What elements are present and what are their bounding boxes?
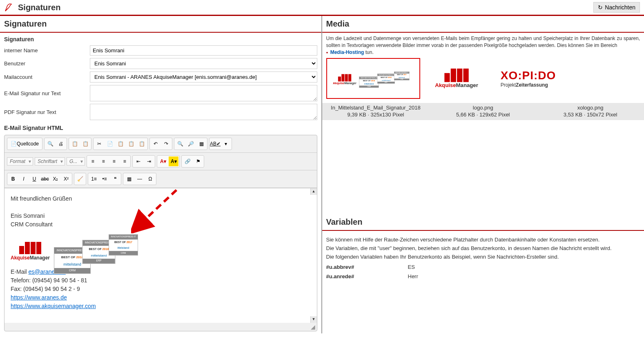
thumb-xologo-png[interactable]: XO:PI:DO ProjektZeiterfassung	[494, 58, 563, 99]
spell-toggle-button[interactable]: ▾	[221, 139, 231, 149]
removeformat-button[interactable]: 🧹	[75, 174, 85, 184]
replace-button[interactable]: 🔎	[186, 139, 196, 149]
variables-panel-header: Variablen	[322, 214, 644, 231]
sig-url-2[interactable]: https://www.akquisemanager.com	[11, 303, 96, 309]
sig-fax: Fax: (09454) 94 90 54 2 - 9	[11, 285, 311, 293]
sig-logos: AkquiseManager INNOVATIONSPREIS-IT BEST …	[11, 235, 311, 261]
bold-button[interactable]: B	[8, 174, 18, 184]
signaturen-panel-header: Signaturen	[0, 16, 321, 33]
editor-resize-handle[interactable]: ◢	[4, 323, 317, 331]
hr-button[interactable]: —	[135, 174, 145, 184]
align-right-button[interactable]: ≡	[109, 156, 119, 166]
file-cell-1[interactable]: logo.png 5,66 KB · 129x62 Pixel	[429, 105, 537, 118]
interner-name-label: interner Name	[4, 47, 90, 54]
link-button[interactable]: 🔗	[183, 156, 192, 166]
signaturen-section-title: Signaturen	[0, 33, 321, 44]
var-val: Herr	[408, 273, 418, 279]
variables-desc-1: Sie können mit Hilfe der Raute-Zeichen v…	[326, 237, 640, 243]
selectall-button[interactable]: ▦	[196, 139, 206, 149]
editor-toolbar-3: B I U abc X₂ X² 🧹 1≡ •≡ ❝ ▦ —	[4, 170, 317, 188]
underline-button[interactable]: U	[29, 174, 39, 184]
special-char-button[interactable]: Ω	[145, 174, 155, 184]
subscript-button[interactable]: X₂	[51, 174, 60, 184]
variables-section: Sie können mit Hilfe der Raute-Zeichen v…	[322, 231, 644, 284]
pdf-sig-textarea[interactable]	[90, 104, 317, 120]
indent-button[interactable]: ⇥	[144, 156, 154, 166]
editor-content[interactable]: ▲ Mit freundlichen Grüßen Enis Somrani C…	[4, 188, 317, 323]
outdent-button[interactable]: ⇤	[134, 156, 143, 166]
find-button[interactable]: 🔍	[175, 139, 185, 149]
text-sig-textarea[interactable]	[90, 85, 317, 101]
sig-name: Enis Somrani	[11, 212, 311, 220]
strike-button[interactable]: abc	[40, 174, 50, 184]
interner-name-input[interactable]	[90, 45, 317, 56]
copy-button[interactable]: 📄	[105, 139, 115, 149]
blockquote-button[interactable]: ❝	[110, 174, 120, 184]
bg-color-button[interactable]: A▾	[169, 156, 178, 166]
sig-role: CRM Consultant	[11, 220, 311, 229]
file-cell-2[interactable]: xologo.png 3,53 KB · 150x72 Pixel	[537, 105, 644, 118]
scroll-up-icon[interactable]: ▲	[310, 188, 317, 195]
mailaccount-label: Mailaccount	[4, 74, 90, 80]
media-panel-header: Media	[322, 16, 644, 33]
redo-button[interactable]: ↷	[161, 139, 171, 149]
var-row-abbrev: #u.abbrev# ES	[326, 262, 640, 272]
spellcheck-button[interactable]: AB✔	[210, 139, 220, 149]
undo-button[interactable]: ↶	[151, 139, 160, 149]
align-justify-button[interactable]: ≡	[120, 156, 129, 166]
media-file-row: In_Mittelstand_E_Mail_Signatur_2018 9,39…	[322, 103, 644, 120]
superscript-button[interactable]: X²	[61, 174, 71, 184]
thumb-logo-png[interactable]: AkquiseManager	[426, 58, 488, 99]
size-select[interactable]: G...	[67, 157, 85, 165]
right-panel: Media Um die Ladezeit und Datenmenge von…	[322, 16, 644, 333]
paste-word-button[interactable]: 📋	[137, 139, 147, 149]
align-center-button[interactable]: ≡	[98, 156, 108, 166]
sig-url-1[interactable]: https://www.aranes.de	[11, 294, 67, 301]
anchor-button[interactable]: ⚑	[193, 156, 203, 166]
page-title: Signaturen	[18, 3, 60, 12]
left-panel: Signaturen Signaturen interner Name Benu…	[0, 16, 322, 333]
benutzer-label: Benutzer	[4, 60, 90, 67]
numbered-list-button[interactable]: 1≡	[89, 174, 99, 184]
refresh-label: Nachrichten	[605, 4, 635, 11]
templates2-button[interactable]: 📋	[80, 139, 90, 149]
bullet-icon: ●	[326, 51, 328, 54]
html-editor: 📄 Quellcode 🔍 🖨 📋 📋 ✂ 📄 📋 📋 📋	[4, 135, 317, 331]
mailaccount-select[interactable]: Enis Somrani - ARANES AkquiseManager [en…	[90, 72, 317, 83]
cut-button[interactable]: ✂	[94, 139, 104, 149]
bullet-list-button[interactable]: •≡	[100, 174, 109, 184]
sig-phone: Telefon: (09454) 94 90 54 - 81	[11, 276, 311, 285]
templates-button[interactable]: 📋	[70, 139, 80, 149]
var-key: #u.anrede#	[326, 273, 408, 279]
paste-text-button[interactable]: 📋	[126, 139, 136, 149]
paste-button[interactable]: 📋	[116, 139, 125, 149]
file-cell-0[interactable]: In_Mittelstand_E_Mail_Signatur_2018 9,39…	[322, 105, 430, 118]
media-description: Um die Ladezeit und Datenmenge von verse…	[322, 33, 644, 58]
font-select[interactable]: Schriftart	[35, 157, 65, 165]
editor-toolbar-2: Format Schriftart G... ≡ ≡ ≡ ≡ ⇤ ⇥ A▾ A▾	[4, 153, 317, 170]
media-thumbnails: AkquiseManager INNOVATIONSPREIS-ITBEST O…	[322, 58, 644, 103]
quellcode-button[interactable]: 📄 Quellcode	[8, 139, 41, 149]
media-hosting-link[interactable]: Media-Hosting	[330, 49, 364, 55]
var-val: ES	[408, 264, 415, 270]
sig-greeting: Mit freundlichen Grüßen	[11, 194, 311, 203]
top-bar: Signaturen ↻ Nachrichten	[0, 0, 644, 16]
thumb-signature-image[interactable]: AkquiseManager INNOVATIONSPREIS-ITBEST O…	[326, 58, 420, 99]
benutzer-select[interactable]: Enis Somrani	[90, 58, 317, 69]
header-left: Signaturen	[4, 2, 60, 12]
var-row-anrede: #u.anrede# Herr	[326, 272, 640, 281]
format-select[interactable]: Format	[7, 157, 33, 165]
print-button[interactable]: 🖨	[56, 139, 66, 149]
pdf-sig-label: PDF Signatur nur Text	[4, 109, 90, 115]
italic-button[interactable]: I	[19, 174, 29, 184]
preview-button[interactable]: 🔍	[45, 139, 55, 149]
text-color-button[interactable]: A▾	[158, 156, 168, 166]
editor-toolbar-1: 📄 Quellcode 🔍 🖨 📋 📋 ✂ 📄 📋 📋 📋	[4, 135, 317, 153]
scroll-down-icon[interactable]: ▼	[310, 316, 317, 323]
table-button[interactable]: ▦	[124, 174, 134, 184]
variables-desc-3: Die folgenden Variablen haben Ihr Benutz…	[326, 254, 640, 260]
align-left-button[interactable]: ≡	[88, 156, 98, 166]
akquisemanager-logo: AkquiseManager	[11, 242, 50, 261]
feather-icon	[4, 2, 14, 12]
refresh-button[interactable]: ↻ Nachrichten	[593, 2, 640, 13]
